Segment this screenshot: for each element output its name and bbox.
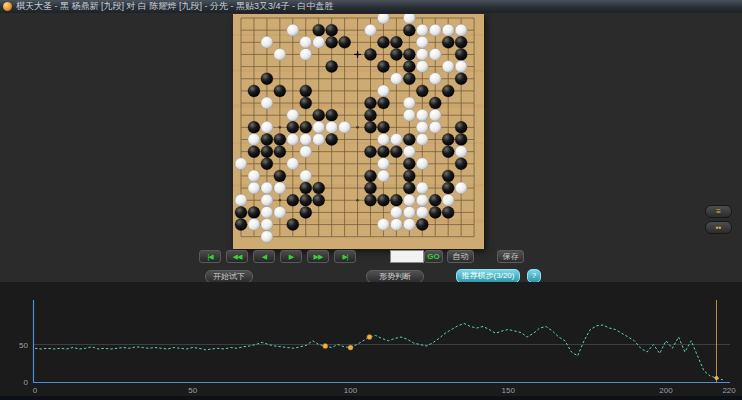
svg-text:0: 0 <box>24 378 29 387</box>
winrate-panel: 050050100150200220 216 = 5.2% <box>0 282 742 396</box>
window-title: 棋天大圣 - 黑 杨鼎新 [九段] 对 白 陈耀烨 [九段] - 分先 - 黑贴… <box>16 0 334 13</box>
nav-forward-button[interactable]: ▶ <box>280 250 302 263</box>
go-button[interactable]: GO <box>424 250 443 263</box>
nav-fast-back-button[interactable]: ◀◀ <box>226 250 248 263</box>
save-button[interactable]: 保存 <box>497 250 524 263</box>
winrate-chart[interactable]: 050050100150200220 <box>0 282 742 396</box>
nav-fast-forward-button[interactable]: ▶▶ <box>307 250 329 263</box>
nav-first-button[interactable]: |◀ <box>199 250 221 263</box>
list-icon: ≡ <box>716 207 721 216</box>
bar-chart-icon: ▪▪ <box>716 223 722 232</box>
app-icon <box>3 2 12 11</box>
move-number-input[interactable] <box>390 250 424 263</box>
svg-text:0: 0 <box>33 386 38 395</box>
nav-last-button[interactable]: ▶| <box>334 250 356 263</box>
taskbar[interactable] <box>0 396 742 400</box>
svg-text:50: 50 <box>19 341 28 350</box>
analysis-chart-button[interactable]: ▪▪ <box>705 221 732 234</box>
move-list-button[interactable]: ≡ <box>705 205 732 218</box>
nav-back-button[interactable]: ◀ <box>253 250 275 263</box>
svg-text:150: 150 <box>502 386 516 395</box>
suggest-moves-button[interactable]: 推荐棋步(3/20) <box>456 269 520 283</box>
go-board[interactable] <box>233 14 484 249</box>
svg-text:100: 100 <box>344 386 358 395</box>
svg-text:50: 50 <box>188 386 197 395</box>
svg-text:220: 220 <box>722 386 736 395</box>
svg-text:200: 200 <box>659 386 673 395</box>
help-button[interactable]: ? <box>527 269 541 283</box>
go-board-canvas[interactable] <box>233 14 484 249</box>
auto-play-button[interactable]: 自动 <box>447 250 474 263</box>
titlebar: 棋天大圣 - 黑 杨鼎新 [九段] 对 白 陈耀烨 [九段] - 分先 - 黑贴… <box>0 0 742 13</box>
app-window: 棋天大圣 - 黑 杨鼎新 [九段] 对 白 陈耀烨 [九段] - 分先 - 黑贴… <box>0 0 742 400</box>
